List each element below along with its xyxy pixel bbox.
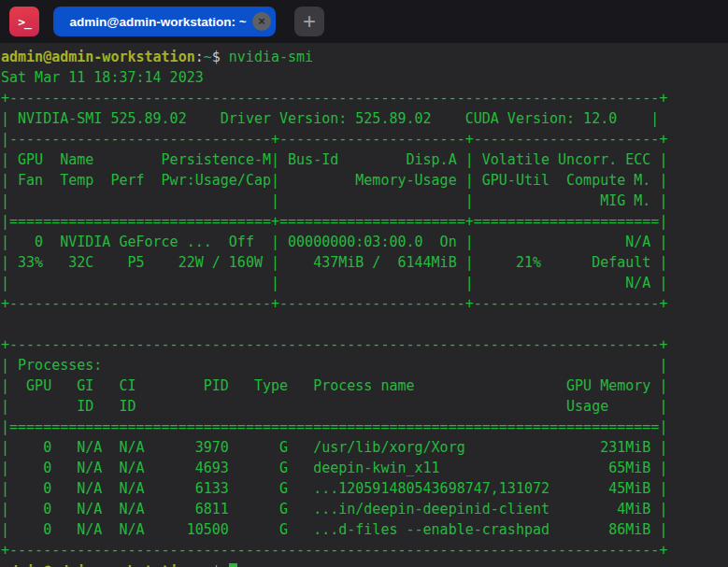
prompt-path: ~ [204,49,212,65]
terminal-cursor [229,563,237,567]
plus-icon: + [303,8,316,35]
typed-command: nvidia-smi [229,49,313,65]
terminal-window: >_ admin@admin-workstation: ~ × + admin@… [0,0,728,43]
new-tab-button[interactable]: + [294,7,324,36]
terminal-prompt-icon: >_ [18,15,31,29]
prompt-colon: : [195,49,204,65]
tab-bar: >_ admin@admin-workstation: ~ × + [0,0,728,43]
prompt-user-host: admin@admin-workstation [1,563,195,567]
prompt-colon: : [195,563,204,567]
tab-title: admin@admin-workstation: ~ [69,15,259,29]
terminal-screen[interactable]: admin@admin-workstation:~$nvidia-smi Sat… [0,43,728,567]
current-prompt-line: admin@admin-workstation:~$ [1,560,728,567]
terminal-output: Sat Mar 11 18:37:14 2023 +--------------… [1,67,728,560]
terminal-app-icon: >_ [9,7,39,36]
tab-close-icon[interactable]: × [252,12,271,31]
prompt-user-host: admin@admin-workstation [1,49,195,65]
command-line: admin@admin-workstation:~$nvidia-smi [1,47,728,67]
prompt-path: ~ [204,563,212,567]
prompt-dollar: $ [212,563,221,567]
prompt-dollar: $ [212,49,221,65]
tab-active[interactable]: admin@admin-workstation: ~ × [53,7,276,36]
